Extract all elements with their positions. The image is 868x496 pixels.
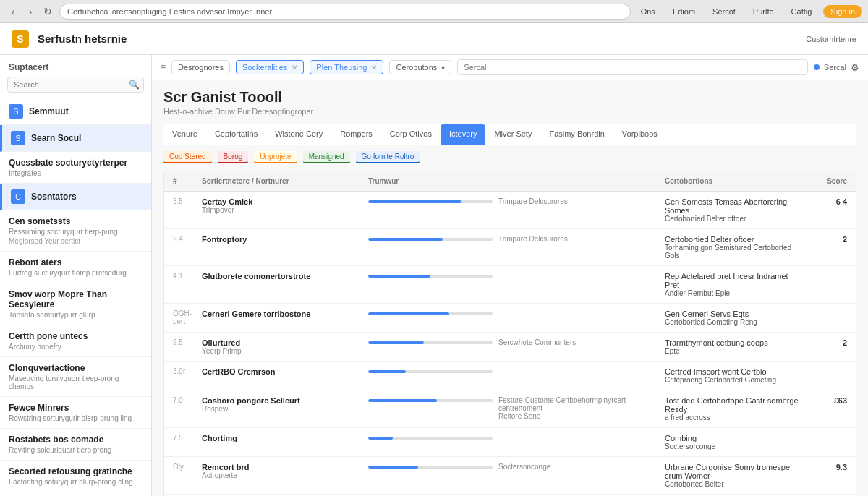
content-topbar: ≡ Desrognores Sockeralities ✕ Plen Theus… bbox=[152, 55, 868, 80]
nav-buttons[interactable]: ‹ › ↻ bbox=[6, 4, 55, 19]
row-col3: Trimpare Delcsurores bbox=[495, 196, 662, 207]
tab-rompors[interactable]: Rompors bbox=[331, 124, 381, 145]
sercot-button[interactable]: Sercot bbox=[707, 6, 741, 17]
row-right: Urbrane Corgonise Somy tromespe crum Wom… bbox=[662, 461, 807, 489]
back-button[interactable]: ‹ bbox=[6, 4, 20, 19]
filter-sockeralities[interactable]: Sockeralities ✕ bbox=[236, 60, 304, 74]
row-col3: Trimpare Delcsurores bbox=[495, 234, 662, 244]
tab-venure[interactable]: Venure bbox=[163, 124, 206, 145]
sidebar-item-search-social[interactable]: S Searn Socul bbox=[0, 125, 151, 152]
tabs-row: Venure Cepfortatins Wistene Cery Rompors… bbox=[163, 124, 856, 145]
table-row[interactable]: QGH-pert Cerneri Gemere torribostone Gen… bbox=[164, 304, 856, 333]
col-header-trumwur: Trumwur bbox=[365, 176, 495, 187]
sidebar-item-quessbate[interactable]: Quessbate socturyctyrterper Integrates bbox=[0, 152, 151, 184]
table-row[interactable]: Oly Remcort brd Actropterte Soctersoncon… bbox=[164, 457, 856, 495]
sign-in-button[interactable]: Sign in bbox=[823, 5, 862, 18]
filter-close-icon[interactable]: ✕ bbox=[292, 64, 297, 72]
tab-vorpiboos[interactable]: Vorpiboos bbox=[613, 124, 666, 145]
row-score bbox=[807, 432, 850, 435]
sidebar-item-seccuted[interactable]: Secorted refousung gratinche Factoriting… bbox=[0, 461, 151, 492]
status-tag-2[interactable]: Unprojete bbox=[254, 151, 297, 163]
filter-icon[interactable]: ≡ bbox=[161, 62, 166, 72]
table-body: 3.5 Certay Cmick Trimpover Trimpare Delc… bbox=[164, 192, 856, 496]
app-header: S Serfustn hetsrnie Customfrtenre bbox=[0, 23, 868, 55]
tab-cepfortatins[interactable]: Cepfortatins bbox=[206, 124, 266, 145]
sidebar-item-clanp[interactable]: Clonquvertactione Maseuving torulyquorr … bbox=[0, 357, 151, 397]
sidebar-item-fewres[interactable]: Fewce Minrers Rowstring sorturyqurir ble… bbox=[0, 397, 151, 429]
sidebar-search-input[interactable] bbox=[7, 77, 144, 93]
content-search-input[interactable] bbox=[457, 59, 807, 75]
purlfo-button[interactable]: Purlfo bbox=[747, 6, 780, 17]
address-text: Certubetica lorertsonpluging Festins adv… bbox=[67, 7, 272, 16]
table-row[interactable]: 7.5 Chortimg Combing Soctersorconge bbox=[164, 428, 856, 457]
address-bar[interactable]: Certubetica lorertsonpluging Festins adv… bbox=[59, 4, 631, 20]
sidebar-item-cass3[interactable]: Certth pone untecs Arcbuny hopefry bbox=[0, 325, 151, 357]
filter-plen[interactable]: Plen Theusing ✕ bbox=[310, 60, 383, 74]
table-row[interactable]: 7.0 Cosboro pongore Sclleurt Rospew Fest… bbox=[164, 390, 856, 428]
caftig-button[interactable]: Caftig bbox=[786, 6, 818, 17]
row-num: Oly bbox=[170, 461, 199, 472]
table-row[interactable]: 9.5 Oilurtured Yeerp Primp Sercwhote Com… bbox=[164, 333, 856, 362]
tab-wistene[interactable]: Wistene Cery bbox=[266, 124, 331, 145]
status-tag-3[interactable]: Mansigned bbox=[303, 151, 350, 163]
col-header-1 bbox=[495, 176, 662, 187]
status-tag-1[interactable]: Borog bbox=[218, 151, 249, 163]
sidebar-item-semmuut[interactable]: S Semmuut bbox=[0, 98, 151, 125]
sidebar-item-snmo[interactable]: Smov worp Mopre Than Secsyleure Tortsato… bbox=[0, 283, 151, 325]
row-score bbox=[807, 308, 850, 311]
row-score bbox=[807, 270, 850, 273]
row-score bbox=[807, 366, 850, 369]
browser-bar: ‹ › ↻ Certubetica lorertsonpluging Festi… bbox=[0, 0, 868, 23]
row-artist: CertRBO Cremrson bbox=[199, 366, 365, 377]
table-row[interactable]: 2.4 Fontroptory Trimpare Delcsurores Cer… bbox=[164, 229, 856, 266]
table-row[interactable]: 4.1 Glutborete comonertorstrote Rep Acte… bbox=[164, 266, 856, 304]
row-score: 2 bbox=[807, 234, 850, 245]
row-artist: Glutborete comonertorstrote bbox=[199, 270, 365, 282]
status-tag-4[interactable]: Go fomite Roltro bbox=[356, 151, 420, 163]
table-header: # Sortlertnctore / Nortnurer Trumwur Cer… bbox=[164, 171, 856, 192]
content-search[interactable] bbox=[457, 59, 807, 75]
ons-button[interactable]: Ons bbox=[635, 6, 661, 17]
status-tag-0[interactable]: Coo Stered bbox=[163, 151, 212, 163]
semmuut-icon: S bbox=[9, 104, 23, 119]
table-row[interactable]: 3.0r CertRBO Cremrson Certrod Imscort wo… bbox=[164, 362, 856, 390]
filter-desrognores[interactable]: Desrognores bbox=[171, 60, 230, 74]
row-col3 bbox=[495, 432, 662, 435]
sidebar-item-altec[interactable]: Carvure crestant arvuteod Vociting solut… bbox=[0, 492, 151, 496]
sidebar-item-sosntators[interactable]: C Sosntators bbox=[0, 184, 151, 210]
sidebar-item-cess2[interactable]: Rebont aters Furtrog sucturyqurr tlomp p… bbox=[0, 252, 151, 283]
row-col3: Festure Custome Certboehormpinyrcert cen… bbox=[495, 395, 662, 422]
row-col3: Sercwhote Communters bbox=[495, 337, 662, 348]
sidebar-item-search-social-title: Searn Socul bbox=[31, 133, 81, 143]
row-col3 bbox=[495, 366, 662, 369]
row-bar bbox=[365, 432, 495, 441]
filter-close-2-icon[interactable]: ✕ bbox=[371, 64, 377, 72]
row-artist: Cosboro pongore Sclleurt Rospew bbox=[199, 395, 365, 414]
row-num: QGH-pert bbox=[170, 308, 199, 327]
row-right: Trarmthymont cetbung coeps Epte bbox=[662, 337, 807, 356]
sidebar-item-title: Semmuut bbox=[29, 106, 69, 116]
row-right: Certrod Imscort wont Certblo Criteproeng… bbox=[662, 366, 807, 385]
row-artist: Cerneri Gemere torribostone bbox=[199, 308, 365, 320]
sidebar: Suptacert 🔍 S Semmuut S Searn Socul Ques… bbox=[0, 55, 152, 496]
reload-button[interactable]: ↻ bbox=[41, 4, 55, 19]
filter-cerobutons[interactable]: Cerobutons ▾ bbox=[389, 60, 451, 74]
tab-corp[interactable]: Corp Otivos bbox=[381, 124, 441, 145]
app-title: Serfustn hetsrnie bbox=[38, 33, 797, 45]
row-bar bbox=[365, 366, 495, 375]
row-artist: Certay Cmick Trimpover bbox=[199, 196, 365, 215]
main-layout: Suptacert 🔍 S Semmuut S Searn Socul Ques… bbox=[0, 55, 868, 496]
tab-ictevery[interactable]: Ictevery bbox=[441, 124, 486, 145]
tab-miver[interactable]: Miver Sety bbox=[485, 124, 540, 145]
row-num: 7.5 bbox=[170, 432, 199, 443]
tab-fasimy[interactable]: Fasimy Bonrdin bbox=[540, 124, 613, 145]
settings-icon[interactable]: ⚙ bbox=[851, 62, 859, 73]
sidebar-search[interactable]: 🔍 bbox=[7, 77, 144, 93]
forward-button[interactable]: › bbox=[23, 4, 38, 19]
row-right: Tost ded Certobortope Gastr somerge Resd… bbox=[662, 395, 807, 423]
customize-button[interactable]: Customfrtenre bbox=[806, 35, 856, 43]
sidebar-item-cess1[interactable]: Cen sometssts Ressuming socturyqurr tler… bbox=[0, 210, 151, 252]
sidebar-item-commirt[interactable]: Rostabets bos comade Reviting soleuriqua… bbox=[0, 429, 151, 461]
ediom-button[interactable]: Ediom bbox=[667, 6, 701, 17]
table-row[interactable]: 3.5 Certay Cmick Trimpover Trimpare Delc… bbox=[164, 192, 856, 229]
